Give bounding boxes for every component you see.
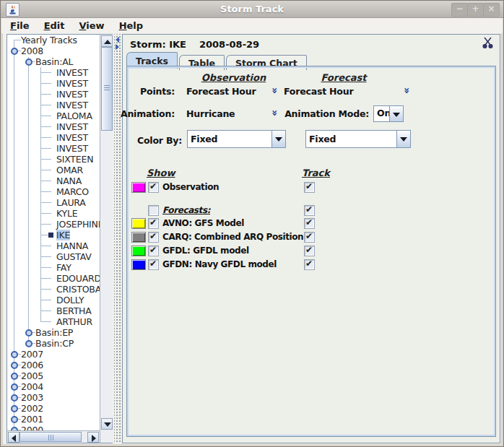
show-checkbox[interactable]: ✔ <box>148 232 159 243</box>
animation-mode-combobox[interactable]: On <box>373 105 404 122</box>
tree-item-label[interactable]: SIXTEEN <box>56 154 93 165</box>
tree-item-josephine[interactable]: JOSEPHINE <box>7 219 100 230</box>
color-swatch[interactable] <box>131 182 146 193</box>
tree-item-label[interactable]: Basin:AL <box>35 56 73 67</box>
tree-item-2003[interactable]: 2003 <box>7 392 100 403</box>
tree-item-2008[interactable]: 2008 <box>7 45 100 56</box>
tree-item-2004[interactable]: 2004 <box>7 381 100 392</box>
color-by-forecast-combobox[interactable]: Fixed <box>305 130 411 148</box>
tree-item-label[interactable]: Basin:EP <box>35 327 73 338</box>
tree-item-2002[interactable]: 2002 <box>7 403 100 414</box>
tree-item-label[interactable]: 2007 <box>21 349 43 360</box>
minimize-button[interactable]: − <box>451 3 468 17</box>
tree-item-label[interactable]: INVEST <box>56 132 88 143</box>
tree-item-label[interactable]: IKE <box>56 230 70 240</box>
combo-arrow-icon[interactable] <box>389 106 403 121</box>
tree-item-ike[interactable]: IKE <box>7 230 100 240</box>
tree-item-paloma[interactable]: PALOMA <box>7 110 100 121</box>
tree-toggle-icon[interactable] <box>11 405 18 412</box>
tree-item-arthur[interactable]: ARTHUR <box>7 316 100 327</box>
tree-toggle-icon[interactable] <box>11 48 18 55</box>
tree-item-edouard[interactable]: EDOUARD <box>7 273 100 284</box>
tree-item-label[interactable]: CRISTOBAL <box>56 284 100 295</box>
tree-item-label[interactable]: JOSEPHINE <box>56 219 100 230</box>
tree-item-dolly[interactable]: DOLLY <box>7 295 100 305</box>
points-forecast-dropdown-icon[interactable]: » <box>402 86 412 95</box>
tree-item-label[interactable]: 2005 <box>21 370 43 381</box>
color-swatch[interactable] <box>131 259 146 270</box>
tree-item-label[interactable]: NANA <box>56 175 82 186</box>
track-checkbox[interactable]: ✔ <box>304 232 315 243</box>
tree-item-marco[interactable]: MARCO <box>7 186 100 197</box>
show-checkbox[interactable] <box>148 205 159 216</box>
tree-item-basin-al[interactable]: Basin:AL <box>7 56 100 67</box>
tree-item-label[interactable]: GUSTAV <box>56 251 92 262</box>
tree-item-label[interactable]: EDOUARD <box>56 273 100 284</box>
show-checkbox[interactable]: ✔ <box>148 246 159 256</box>
track-checkbox[interactable]: ✔ <box>304 246 315 256</box>
scroll-up-button[interactable] <box>101 35 113 47</box>
track-checkbox[interactable]: ✔ <box>304 259 315 270</box>
tree-item-label[interactable]: 2001 <box>21 414 43 425</box>
menu-edit[interactable]: Edit <box>40 19 69 31</box>
tree-item-2005[interactable]: 2005 <box>7 370 100 381</box>
tree-item-kyle[interactable]: KYLE <box>7 208 100 219</box>
tree-item-label[interactable]: KYLE <box>56 208 77 219</box>
tree-toggle-icon[interactable] <box>11 362 18 369</box>
tree-item-bertha[interactable]: BERTHA <box>7 305 100 316</box>
tree-item-gustav[interactable]: GUSTAV <box>7 251 100 262</box>
animation-dropdown-icon[interactable]: » <box>270 108 279 118</box>
tree-item-label[interactable]: 2006 <box>21 360 43 370</box>
tree-item-label[interactable]: Yearly Tracks <box>21 35 77 45</box>
tree-item-nana[interactable]: NANA <box>7 175 100 186</box>
horizontal-scroll-thumb[interactable] <box>19 432 82 442</box>
tree-item-fay[interactable]: FAY <box>7 262 100 273</box>
tree-toggle-icon[interactable] <box>25 340 32 347</box>
tree-item-invest[interactable]: INVEST <box>7 121 100 132</box>
tree-item-sixteen[interactable]: SIXTEEN <box>7 154 100 165</box>
tree-item-cristobal[interactable]: CRISTOBAL <box>7 284 100 295</box>
tree-item-label[interactable]: FAY <box>56 262 71 273</box>
menu-help[interactable]: Help <box>115 19 147 31</box>
show-checkbox[interactable]: ✔ <box>148 218 159 229</box>
scroll-left-button[interactable] <box>8 432 19 443</box>
track-checkbox[interactable]: ✔ <box>304 182 315 193</box>
points-observation-dropdown-icon[interactable]: » <box>270 86 279 95</box>
tree-item-invest[interactable]: INVEST <box>7 67 100 78</box>
tree-item-label[interactable]: INVEST <box>56 121 88 132</box>
track-checkbox[interactable]: ✔ <box>304 218 315 229</box>
tree-item-2001[interactable]: 2001 <box>7 414 100 425</box>
tree-item-basin-ep[interactable]: Basin:EP <box>7 327 100 338</box>
detach-scissors-icon[interactable] <box>482 37 494 49</box>
tree-item-invest[interactable]: INVEST <box>7 143 100 154</box>
vertical-scroll-thumb[interactable] <box>101 47 113 131</box>
maximize-button[interactable]: + <box>467 3 484 17</box>
tree-item-label[interactable]: ARTHUR <box>56 316 92 327</box>
tree-item-invest[interactable]: INVEST <box>7 100 100 110</box>
tree-toggle-icon[interactable] <box>11 383 18 391</box>
tree-item-label[interactable]: HANNA <box>56 240 88 251</box>
show-checkbox[interactable]: ✔ <box>148 259 159 270</box>
show-checkbox[interactable]: ✔ <box>148 182 159 193</box>
tree-item-label[interactable]: 2002 <box>21 403 43 414</box>
tree-item-label[interactable]: INVEST <box>56 89 88 100</box>
tree-toggle-icon[interactable] <box>25 329 32 337</box>
tree-item-label[interactable]: LAURA <box>56 197 86 208</box>
tree-item-label[interactable]: INVEST <box>56 100 88 110</box>
tree-item-invest[interactable]: INVEST <box>7 78 100 89</box>
color-swatch[interactable] <box>131 232 146 243</box>
tree-item-label[interactable]: INVEST <box>56 143 88 154</box>
tree-item-omar[interactable]: OMAR <box>7 165 100 175</box>
collapse-left-icon[interactable] <box>116 37 119 43</box>
tree-item-label[interactable]: INVEST <box>56 78 88 89</box>
menu-file[interactable]: File <box>6 19 34 31</box>
tree-item-label[interactable]: BERTHA <box>56 305 92 316</box>
tree-toggle-icon[interactable] <box>11 416 18 423</box>
tree-item-label[interactable]: INVEST <box>56 67 88 78</box>
color-swatch[interactable] <box>131 218 146 229</box>
color-by-observation-combobox[interactable]: Fixed <box>187 130 286 148</box>
tree-item-invest[interactable]: INVEST <box>7 89 100 100</box>
tree-toggle-icon[interactable] <box>11 373 18 380</box>
close-button[interactable]: × <box>483 3 500 17</box>
tree-horizontal-scrollbar[interactable] <box>7 430 100 443</box>
